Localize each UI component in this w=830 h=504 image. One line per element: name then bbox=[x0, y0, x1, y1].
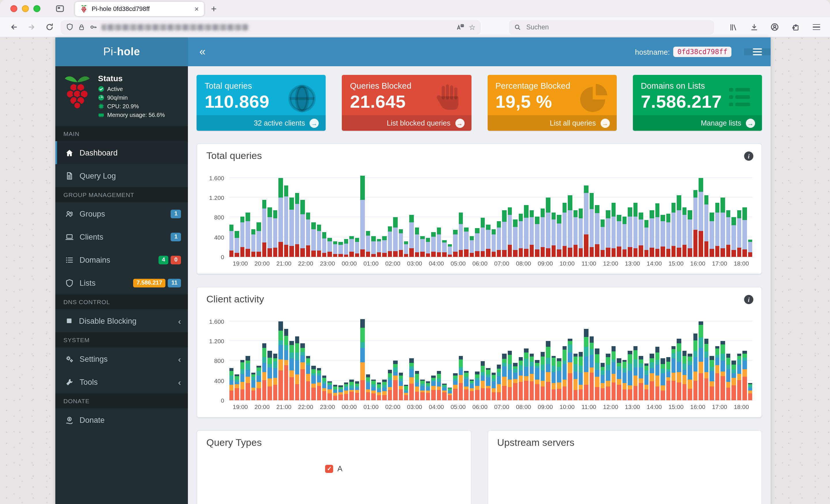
bar[interactable] bbox=[415, 227, 419, 257]
bar[interactable] bbox=[568, 339, 572, 400]
bookmark-star-icon[interactable]: ☆ bbox=[469, 23, 476, 31]
bar[interactable] bbox=[246, 356, 250, 400]
bar[interactable] bbox=[360, 319, 365, 400]
bar[interactable] bbox=[622, 216, 627, 257]
translate-icon[interactable] bbox=[456, 23, 465, 31]
bar[interactable] bbox=[655, 347, 660, 400]
bar[interactable] bbox=[251, 373, 256, 400]
account-icon[interactable] bbox=[768, 20, 781, 34]
bar[interactable] bbox=[251, 229, 256, 257]
bar[interactable] bbox=[649, 354, 654, 400]
bar[interactable] bbox=[737, 210, 741, 257]
bar[interactable] bbox=[295, 193, 299, 257]
bar[interactable] bbox=[568, 195, 572, 257]
bar[interactable] bbox=[470, 236, 474, 257]
bar[interactable] bbox=[295, 336, 299, 400]
search-input[interactable] bbox=[525, 23, 709, 31]
bar[interactable] bbox=[540, 352, 545, 400]
bar[interactable] bbox=[262, 200, 266, 257]
bar[interactable] bbox=[584, 185, 588, 257]
browser-tab[interactable]: Pi-hole 0fd38cd798ff × bbox=[75, 1, 204, 16]
bar[interactable] bbox=[317, 225, 321, 257]
bar[interactable] bbox=[601, 220, 605, 257]
bar[interactable] bbox=[611, 346, 616, 400]
bar[interactable] bbox=[699, 322, 703, 400]
bar[interactable] bbox=[480, 362, 485, 400]
bar[interactable] bbox=[748, 383, 752, 400]
bar[interactable] bbox=[393, 361, 397, 400]
key-icon[interactable] bbox=[89, 23, 97, 31]
library-icon[interactable] bbox=[726, 20, 740, 34]
bar[interactable] bbox=[377, 382, 381, 400]
bar[interactable] bbox=[693, 334, 698, 400]
bar[interactable] bbox=[475, 228, 479, 257]
bar[interactable] bbox=[731, 361, 736, 400]
bar[interactable] bbox=[371, 379, 376, 400]
bar[interactable] bbox=[677, 195, 681, 257]
bar[interactable] bbox=[273, 210, 278, 257]
sidebar-collapse-icon[interactable]: « bbox=[188, 37, 217, 66]
bar[interactable] bbox=[241, 216, 245, 257]
bar[interactable] bbox=[530, 354, 534, 400]
pihole-logo[interactable]: Pi-hole bbox=[55, 37, 188, 66]
bar[interactable] bbox=[682, 208, 687, 257]
bar[interactable] bbox=[649, 210, 654, 257]
client-activity-chart[interactable]: 04008001.2001.600 19:0020:0021:0022:0023… bbox=[203, 314, 752, 410]
bar[interactable] bbox=[671, 202, 676, 257]
bar[interactable] bbox=[464, 371, 468, 400]
bar[interactable] bbox=[442, 240, 447, 257]
bar[interactable] bbox=[366, 231, 370, 257]
reload-icon[interactable] bbox=[43, 20, 57, 34]
bar[interactable] bbox=[535, 360, 540, 400]
bar[interactable] bbox=[360, 175, 365, 257]
bar[interactable] bbox=[306, 356, 310, 400]
browser-menu-icon[interactable] bbox=[809, 20, 823, 34]
bar[interactable] bbox=[742, 351, 747, 400]
bar[interactable] bbox=[502, 354, 507, 400]
bar[interactable] bbox=[442, 383, 447, 400]
bar[interactable] bbox=[693, 190, 698, 257]
sidebar-item-donate[interactable]: Donate bbox=[55, 408, 188, 431]
bar[interactable] bbox=[644, 363, 648, 400]
bar[interactable] bbox=[535, 216, 540, 257]
url-bar[interactable]: ☆ bbox=[61, 20, 481, 34]
bar[interactable] bbox=[639, 356, 643, 400]
firefox-view-icon[interactable] bbox=[53, 2, 67, 15]
bar[interactable] bbox=[617, 358, 621, 400]
sidebar-item-dashboard[interactable]: Dashboard bbox=[55, 141, 188, 164]
bar[interactable] bbox=[513, 220, 518, 257]
sidebar-item-disable-blocking[interactable]: Disable Blocking ‹ bbox=[55, 309, 188, 332]
search-bar[interactable] bbox=[509, 20, 714, 34]
tracking-shield-icon[interactable] bbox=[66, 23, 74, 31]
sidebar-item-tools[interactable]: Tools ‹ bbox=[55, 370, 188, 394]
bar[interactable] bbox=[458, 356, 463, 400]
bar[interactable] bbox=[666, 213, 670, 257]
bar[interactable] bbox=[458, 212, 463, 257]
bar[interactable] bbox=[344, 382, 348, 400]
bar[interactable] bbox=[420, 236, 425, 257]
bar[interactable] bbox=[437, 371, 441, 400]
bar[interactable] bbox=[710, 356, 714, 400]
bar[interactable] bbox=[278, 178, 283, 257]
bar[interactable] bbox=[611, 202, 616, 257]
bar[interactable] bbox=[628, 351, 632, 400]
sidebar-item-groups[interactable]: Groups 1 bbox=[55, 202, 188, 225]
bar[interactable] bbox=[551, 212, 556, 257]
bar[interactable] bbox=[704, 339, 709, 400]
bar[interactable] bbox=[497, 365, 501, 400]
bar[interactable] bbox=[726, 354, 730, 400]
forward-icon[interactable] bbox=[25, 20, 39, 34]
bar[interactable] bbox=[546, 341, 550, 400]
bar[interactable] bbox=[562, 346, 567, 400]
bar[interactable] bbox=[731, 217, 736, 257]
info-icon[interactable]: i bbox=[744, 152, 753, 161]
close-window-button[interactable] bbox=[10, 5, 17, 12]
bar[interactable] bbox=[382, 236, 386, 257]
bar[interactable] bbox=[491, 373, 496, 400]
bar[interactable] bbox=[464, 227, 468, 257]
bar[interactable] bbox=[546, 198, 550, 257]
bar[interactable] bbox=[448, 388, 452, 400]
bar[interactable] bbox=[404, 241, 408, 257]
bar[interactable] bbox=[339, 242, 343, 257]
bar[interactable] bbox=[432, 232, 436, 257]
